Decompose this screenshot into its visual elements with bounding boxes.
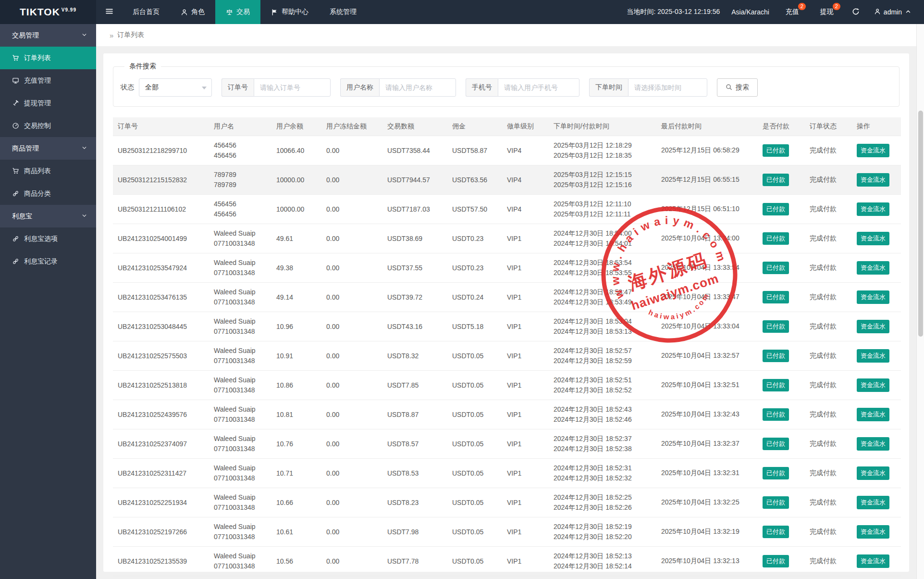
fund-flow-button[interactable]: 资金流水	[857, 408, 889, 421]
sidebar-group-header[interactable]: 商品管理	[0, 137, 96, 160]
filter-input[interactable]	[379, 78, 456, 97]
order-time-cell: 2024年12月30日 18:52:432024年12月30日 18:52:46	[549, 400, 656, 429]
amount-cell: USDT7.85	[382, 371, 447, 400]
withdraw-label: 提现	[820, 8, 834, 16]
sidebar-item[interactable]: 利息宝选项	[0, 227, 96, 250]
breadcrumb-arrows-icon: »	[110, 31, 113, 39]
commission-cell: USDT58.87	[447, 136, 502, 165]
fund-flow-button[interactable]: 资金流水	[857, 496, 889, 509]
fund-flow-button[interactable]: 资金流水	[857, 173, 889, 187]
search-button[interactable]: 搜索	[717, 78, 758, 97]
fund-flow-button[interactable]: 资金流水	[857, 525, 889, 539]
fund-flow-button[interactable]: 资金流水	[857, 349, 889, 363]
sidebar-item-label: 利息宝选项	[24, 235, 58, 243]
order-time-line: 2024年12月30日 18:53:04	[554, 316, 652, 327]
top-nav-item[interactable]: 角色	[170, 0, 215, 24]
admin-menu[interactable]: admin	[867, 0, 924, 24]
fund-flow-button[interactable]: 资金流水	[857, 144, 889, 157]
fund-flow-button[interactable]: 资金流水	[857, 290, 889, 304]
last-pay-time-cell: 2025年10月04日 13:32:37	[656, 429, 758, 459]
paid-status-cell: 已付款	[758, 371, 805, 400]
cart-icon	[12, 54, 19, 62]
filter-input[interactable]	[628, 78, 707, 97]
order-no-cell: UB2412310253476135	[113, 283, 209, 312]
user-line: 456456	[214, 199, 267, 209]
last-pay-time-cell: 2025年10月04日 13:32:51	[656, 371, 758, 400]
user-line: 07710031348	[214, 473, 267, 483]
top-nav-item[interactable]: 系统管理	[319, 0, 367, 24]
sidebar-item[interactable]: 充值管理	[0, 69, 96, 92]
withdraw-button[interactable]: 提现 2	[810, 0, 844, 24]
sidebar-group-header[interactable]: 利息宝	[0, 205, 96, 227]
vertical-scrollbar[interactable]	[916, 24, 924, 579]
menu-toggle-button[interactable]	[96, 0, 122, 24]
last-pay-time-cell: 2025年10月04日 13:33:54	[656, 253, 758, 283]
filter-input[interactable]	[498, 78, 579, 97]
order-status-cell: 完成付款	[805, 371, 852, 400]
sidebar-group-header[interactable]: 交易管理	[0, 24, 96, 47]
fund-flow-button[interactable]: 资金流水	[857, 466, 889, 480]
paid-badge: 已付款	[763, 496, 789, 509]
sidebar-item[interactable]: 商品列表	[0, 160, 96, 182]
table-row: UB2412310253476135Waleed Suaip0771003134…	[113, 283, 901, 312]
order-time-line: 2024年12月30日 18:53:13	[554, 327, 652, 337]
sidebar-item[interactable]: 利息宝记录	[0, 250, 96, 273]
order-time-cell: 2024年12月30日 18:52:252024年12月30日 18:52:26	[549, 488, 656, 517]
filter-input[interactable]	[254, 78, 331, 97]
fund-flow-button[interactable]: 资金流水	[857, 437, 889, 451]
sidebar-item[interactable]: 订单列表	[0, 47, 96, 69]
app-logo: TIKTOKV9.99	[0, 0, 96, 24]
filter-label: 用户名称	[340, 78, 379, 97]
commission-cell: USDT0.05	[447, 576, 502, 579]
order-no-cell: UB2412310253547924	[113, 253, 209, 283]
frozen-cell: 0.00	[321, 400, 382, 429]
search-icon	[726, 84, 732, 92]
paid-badge: 已付款	[763, 438, 789, 450]
fund-flow-button[interactable]: 资金流水	[857, 261, 889, 275]
commission-cell: USDT0.05	[447, 547, 502, 576]
fund-flow-button[interactable]: 资金流水	[857, 320, 889, 333]
fund-flow-button[interactable]: 资金流水	[857, 202, 889, 216]
sidebar-item[interactable]: 交易控制	[0, 114, 96, 137]
sidebar-group-label: 交易管理	[12, 31, 39, 40]
user-cell: Waleed Suaip07710031348	[209, 459, 271, 488]
status-select[interactable]: 全部	[139, 78, 212, 97]
top-nav-label: 帮助中心	[282, 8, 308, 16]
commission-cell: USDT0.05	[447, 400, 502, 429]
withdraw-count-badge: 2	[833, 3, 840, 10]
user-line: Waleed Suaip	[214, 316, 267, 327]
user-cell: Waleed Suaip07710031348	[209, 488, 271, 517]
paid-badge: 已付款	[763, 379, 789, 391]
commission-cell: USDT0.05	[447, 459, 502, 488]
scrollbar-thumb[interactable]	[918, 111, 923, 337]
order-status-cell: 完成付款	[805, 400, 852, 429]
order-time-line: 2024年12月30日 18:52:19	[554, 522, 652, 532]
sidebar-item-label: 利息宝记录	[24, 257, 58, 266]
user-line: Waleed Suaip	[214, 463, 267, 473]
user-cell: 789789789789	[209, 165, 271, 195]
order-status-cell: 完成付款	[805, 224, 852, 253]
fund-flow-button[interactable]: 资金流水	[857, 232, 889, 245]
user-cell: Waleed Suaip07710031348	[209, 341, 271, 371]
top-nav-item[interactable]: 帮助中心	[260, 0, 319, 24]
column-header: 用户名	[209, 117, 271, 136]
user-line: 07710031348	[214, 532, 267, 542]
refresh-button[interactable]	[844, 0, 867, 24]
paid-status-cell: 已付款	[758, 547, 805, 576]
user-line: 789789	[214, 170, 267, 180]
chevron-down-icon	[81, 213, 87, 220]
fund-flow-button[interactable]: 资金流水	[857, 554, 889, 568]
link-icon	[12, 190, 19, 197]
order-no-cell: UB2412310252311427	[113, 459, 209, 488]
sidebar-item[interactable]: 提现管理	[0, 92, 96, 114]
top-nav-item[interactable]: 交易	[215, 0, 260, 24]
sidebar-item[interactable]: 商品分类	[0, 182, 96, 205]
recharge-button[interactable]: 充值 2	[775, 0, 810, 24]
order-time-line: 2024年12月30日 18:52:32	[554, 473, 652, 483]
fund-flow-button[interactable]: 资金流水	[857, 378, 889, 392]
user-line: 07710031348	[214, 561, 267, 571]
amount-cell: USDT38.69	[382, 224, 447, 253]
top-nav-item[interactable]: 后台首页	[122, 0, 170, 24]
order-status-cell: 完成付款	[805, 341, 852, 371]
user-line: Waleed Suaip	[214, 434, 267, 444]
